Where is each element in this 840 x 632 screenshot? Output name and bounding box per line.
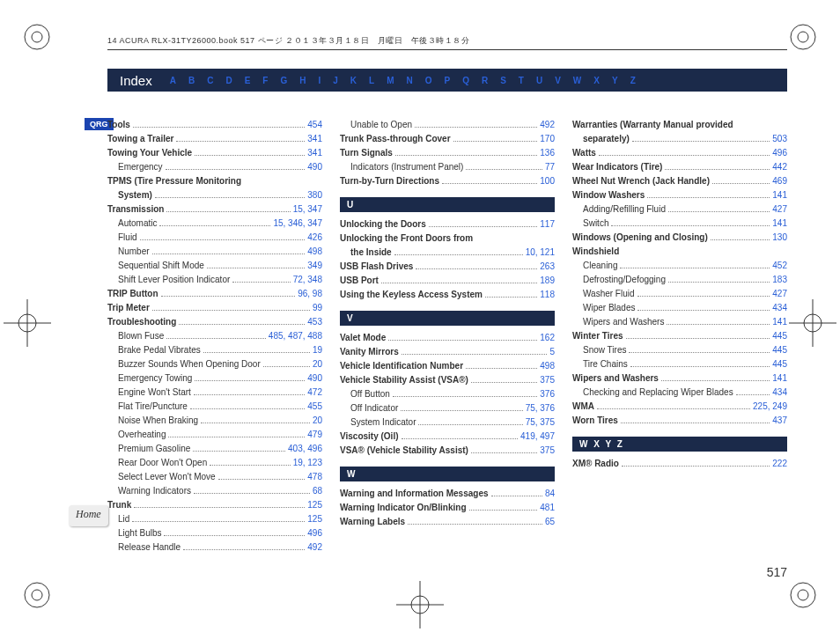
- index-entry-page[interactable]: 117: [540, 217, 555, 231]
- index-entry-page[interactable]: 341: [307, 132, 322, 146]
- index-entry-page[interactable]: 490: [307, 371, 322, 386]
- index-entry-page[interactable]: 96, 98: [298, 287, 322, 301]
- index-entry-page[interactable]: 427: [772, 202, 787, 217]
- alpha-link-h[interactable]: H: [299, 76, 306, 85]
- index-entry-page[interactable]: 445: [772, 329, 787, 343]
- alpha-link-b[interactable]: B: [188, 76, 195, 85]
- index-entry-page[interactable]: 72, 348: [293, 273, 322, 287]
- index-entry-page[interactable]: 183: [772, 273, 787, 287]
- index-entry-page[interactable]: 19: [313, 343, 322, 357]
- index-entry-page[interactable]: 263: [540, 260, 555, 274]
- index-entry-page[interactable]: 498: [307, 245, 322, 259]
- index-entry-page[interactable]: 170: [540, 132, 555, 146]
- alpha-link-g[interactable]: G: [280, 76, 287, 85]
- index-entry-page[interactable]: 437: [772, 414, 787, 428]
- alpha-link-t[interactable]: T: [519, 76, 524, 85]
- index-entry-page[interactable]: 455: [307, 400, 322, 414]
- alpha-link-k[interactable]: K: [350, 76, 357, 85]
- index-entry-page[interactable]: 15, 347: [293, 202, 322, 217]
- index-entry-page[interactable]: 492: [540, 118, 555, 132]
- alpha-link-x[interactable]: X: [593, 76, 600, 85]
- index-entry-page[interactable]: 490: [307, 160, 322, 174]
- index-entry-page[interactable]: 130: [772, 231, 787, 245]
- index-entry-page[interactable]: 503: [772, 132, 787, 146]
- alpha-link-w[interactable]: W: [573, 76, 581, 85]
- index-entry-page[interactable]: 100: [540, 174, 555, 188]
- alpha-link-f[interactable]: F: [262, 76, 268, 85]
- index-entry-page[interactable]: 77: [545, 160, 555, 174]
- index-entry-page[interactable]: 442: [772, 160, 787, 174]
- alpha-link-l[interactable]: L: [369, 76, 374, 85]
- index-entry-page[interactable]: 445: [772, 357, 787, 371]
- index-entry-page[interactable]: 452: [772, 259, 787, 273]
- index-entry-page[interactable]: 125: [307, 498, 322, 512]
- alpha-link-c[interactable]: C: [207, 76, 213, 85]
- alpha-link-v[interactable]: V: [555, 76, 561, 85]
- index-entry-page[interactable]: 68: [313, 484, 322, 498]
- index-entry-page[interactable]: 125: [307, 512, 322, 526]
- index-entry-page[interactable]: 498: [540, 359, 555, 373]
- index-entry-page[interactable]: 349: [307, 259, 322, 273]
- index-entry-page[interactable]: 20: [313, 414, 322, 428]
- index-entry-page[interactable]: 380: [307, 188, 322, 202]
- alpha-link-z[interactable]: Z: [630, 76, 636, 85]
- index-entry-page[interactable]: 434: [772, 301, 787, 315]
- index-entry-page[interactable]: 84: [545, 487, 555, 501]
- index-entry-page[interactable]: 376: [540, 387, 555, 401]
- index-entry-page[interactable]: 496: [772, 146, 787, 160]
- index-entry-page[interactable]: 189: [540, 274, 555, 288]
- index-entry-page[interactable]: 375: [540, 444, 555, 458]
- alpha-link-a[interactable]: A: [170, 76, 176, 85]
- alpha-link-j[interactable]: J: [333, 76, 338, 85]
- index-entry-page[interactable]: 75, 375: [526, 415, 555, 430]
- index-entry-page[interactable]: 20: [313, 357, 322, 371]
- index-entry-page[interactable]: 99: [313, 301, 322, 315]
- index-entry-page[interactable]: 225, 249: [753, 400, 787, 414]
- alpha-link-r[interactable]: R: [482, 76, 488, 85]
- index-entry-page[interactable]: 481: [540, 501, 555, 515]
- alpha-link-u[interactable]: U: [536, 76, 542, 85]
- alpha-link-s[interactable]: S: [500, 76, 506, 85]
- index-entry-page[interactable]: 15, 346, 347: [273, 217, 322, 231]
- index-entry-page[interactable]: 65: [545, 515, 555, 529]
- index-entry-page[interactable]: 492: [307, 540, 322, 555]
- alpha-link-p[interactable]: P: [444, 76, 450, 85]
- index-entry-page[interactable]: 496: [307, 526, 322, 540]
- index-entry-page[interactable]: 141: [772, 188, 787, 202]
- index-entry-page[interactable]: 453: [307, 315, 322, 329]
- index-entry-page[interactable]: 403, 496: [288, 442, 322, 456]
- alpha-link-o[interactable]: O: [425, 76, 432, 85]
- index-entry-page[interactable]: 478: [307, 470, 322, 484]
- alpha-link-d[interactable]: D: [225, 76, 232, 85]
- index-entry-page[interactable]: 141: [772, 315, 787, 329]
- index-entry-page[interactable]: 136: [540, 146, 555, 160]
- index-entry-page[interactable]: 341: [307, 146, 322, 160]
- index-entry-page[interactable]: 5: [549, 345, 555, 359]
- alpha-link-e[interactable]: E: [245, 76, 251, 85]
- index-entry-page[interactable]: 445: [772, 343, 787, 357]
- alpha-link-m[interactable]: M: [387, 76, 394, 85]
- index-entry-page[interactable]: 118: [540, 288, 555, 302]
- index-entry-page[interactable]: 419, 497: [520, 430, 555, 444]
- index-entry-page[interactable]: 75, 376: [526, 401, 555, 415]
- alpha-link-i[interactable]: I: [318, 76, 321, 85]
- alpha-link-q[interactable]: Q: [462, 76, 469, 85]
- alpha-link-y[interactable]: Y: [612, 76, 618, 85]
- home-button[interactable]: Home: [69, 505, 108, 526]
- index-entry-page[interactable]: 434: [772, 386, 787, 400]
- index-entry-page[interactable]: 479: [307, 428, 322, 442]
- index-entry-page[interactable]: 427: [772, 287, 787, 301]
- alpha-link-n[interactable]: N: [406, 76, 412, 85]
- index-entry-page[interactable]: 472: [307, 386, 322, 400]
- index-entry-page[interactable]: 485, 487, 488: [269, 329, 322, 343]
- index-entry-page[interactable]: 141: [772, 371, 787, 386]
- index-entry-page[interactable]: 10, 121: [526, 246, 555, 260]
- index-entry-page[interactable]: 141: [772, 217, 787, 231]
- index-entry-page[interactable]: 162: [540, 331, 555, 345]
- index-entry-page[interactable]: 222: [772, 457, 787, 471]
- index-entry-page[interactable]: 19, 123: [293, 456, 322, 470]
- index-entry-page[interactable]: 375: [540, 373, 555, 387]
- index-entry-page[interactable]: 469: [772, 174, 787, 188]
- index-entry-page[interactable]: 454: [307, 118, 322, 132]
- index-entry-page[interactable]: 426: [307, 231, 322, 245]
